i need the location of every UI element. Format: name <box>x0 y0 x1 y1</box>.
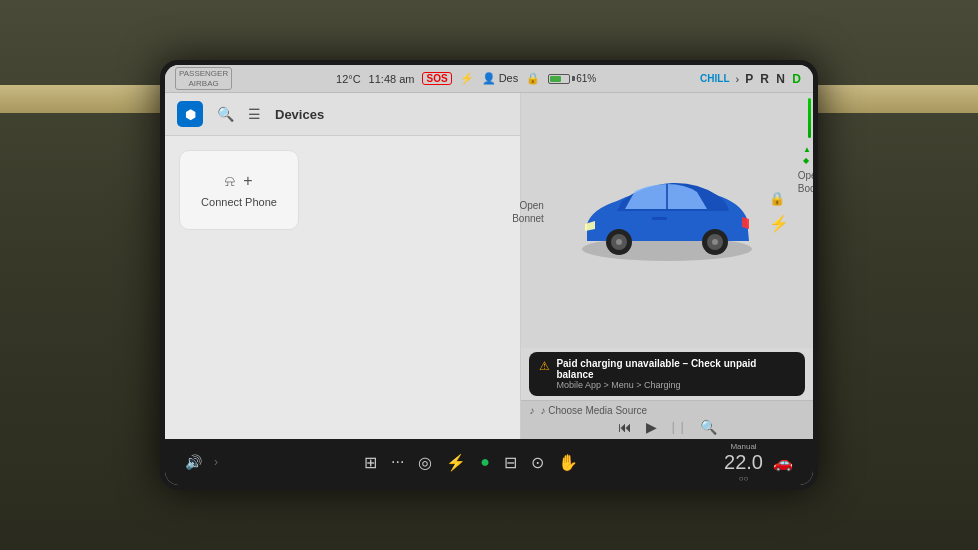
connect-phone-label: Connect Phone <box>201 196 277 208</box>
sos-badge[interactable]: SOS <box>422 72 451 85</box>
boot-lock-icon: 🔒 <box>769 191 785 206</box>
status-left: PASSENGERAIRBAG <box>175 67 232 90</box>
airbag-badge: PASSENGERAIRBAG <box>175 67 232 90</box>
connect-phone-card[interactable]: ⍾ + Connect Phone <box>179 150 299 230</box>
prev-track-button[interactable]: ⏮ <box>618 419 632 435</box>
adas-indicators: ▲ ◆ <box>803 145 811 165</box>
warning-sub-text: Mobile App > Menu > Charging <box>556 380 795 390</box>
volume-chevron: › <box>214 455 218 469</box>
open-bonnet-label[interactable]: Open Bonnet <box>512 199 544 225</box>
play-button[interactable]: ▶ <box>646 419 657 435</box>
range-bar <box>808 98 811 138</box>
left-panel-header: ⬢ 🔍 ☰ Devices <box>165 93 520 136</box>
devices-title: Devices <box>275 107 324 122</box>
search-media-button[interactable]: 🔍 <box>700 419 717 435</box>
temperature-display: 12°C <box>336 73 361 85</box>
prnd-display: P R N D <box>745 72 803 86</box>
media-bar: ♪ ♪ Choose Media Source ⏮ ▶ │ │ 🔍 <box>521 400 813 439</box>
temperature-block[interactable]: Manual 22.0 ○○ <box>724 442 763 483</box>
warning-text: Paid charging unavailable – Check unpaid… <box>556 358 795 390</box>
status-bar: PASSENGERAIRBAG 12°C 11:48 am SOS ⚡ 👤 De… <box>165 65 813 93</box>
more-icon[interactable]: ··· <box>391 453 404 471</box>
status-center: 12°C 11:48 am SOS ⚡ 👤 Des 🔒 61% <box>336 72 596 85</box>
lightning-icon: ⚡ <box>460 72 474 85</box>
plus-icon: + <box>243 172 252 190</box>
taskbar: 🔊 › ⊞ ··· ◎ ⚡ ● ⊟ ⊙ ✋ Manual 22.0 <box>165 439 813 485</box>
media-source-row: ♪ ♪ Choose Media Source <box>529 405 805 416</box>
apps-icon[interactable]: ⊞ <box>364 453 377 472</box>
lock-icon: 🔒 <box>526 72 540 85</box>
open-boot-label[interactable]: Open Boot <box>798 169 813 195</box>
svg-point-4 <box>616 239 622 245</box>
chevron-icon: › <box>736 73 740 85</box>
battery-indicator: 61% <box>548 73 596 84</box>
svg-rect-8 <box>652 217 667 220</box>
list-icon[interactable]: ☰ <box>248 106 261 122</box>
hand-icon[interactable]: ✋ <box>558 453 578 472</box>
warning-icon: ⚠ <box>539 359 550 373</box>
spotify-icon[interactable]: ● <box>480 453 490 471</box>
charging-icon: ⚡ <box>769 214 789 233</box>
search-icon[interactable]: 🔍 <box>217 106 234 122</box>
chill-badge: CHILL <box>700 73 729 84</box>
media-spacer: │ │ <box>671 422 686 433</box>
grid-icon[interactable]: ⊟ <box>504 453 517 472</box>
temp-value: 22.0 <box>724 451 763 474</box>
screen-bezel: PASSENGERAIRBAG 12°C 11:48 am SOS ⚡ 👤 De… <box>160 60 818 490</box>
car-svg <box>567 169 767 269</box>
left-panel: ⬢ 🔍 ☰ Devices ⍾ + Connect Phone <box>165 93 521 439</box>
warning-main-text: Paid charging unavailable – Check unpaid… <box>556 358 795 380</box>
temp-mode-label: Manual <box>730 442 756 451</box>
right-panel: ▲ ◆ Open Bonnet Open Boot <box>521 93 813 439</box>
car-view: ▲ ◆ Open Bonnet Open Boot <box>521 93 813 348</box>
connect-phone-icons: ⍾ + <box>225 172 252 190</box>
bluetooth-taskbar-icon[interactable]: ⚡ <box>446 453 466 472</box>
car-display-container: Open Bonnet Open Boot 🔒 ⚡ <box>567 169 767 273</box>
media-controls-row: ⏮ ▶ │ │ 🔍 <box>529 419 805 435</box>
media-source-label[interactable]: ♪ Choose Media Source <box>540 405 647 416</box>
svg-point-7 <box>712 239 718 245</box>
temp-dots: ○○ <box>739 474 749 483</box>
taskbar-left: 🔊 › <box>185 454 218 470</box>
time-display: 11:48 am <box>369 73 415 85</box>
main-content: ⬢ 🔍 ☰ Devices ⍾ + Connect Phone <box>165 93 813 439</box>
battery-percent: 61% <box>576 73 596 84</box>
location-icon[interactable]: ◎ <box>418 453 432 472</box>
taskbar-center: ⊞ ··· ◎ ⚡ ● ⊟ ⊙ ✋ <box>364 453 578 472</box>
dashboard: PASSENGERAIRBAG 12°C 11:48 am SOS ⚡ 👤 De… <box>0 0 978 550</box>
driver-name: 👤 Des <box>482 72 519 85</box>
taskbar-right: Manual 22.0 ○○ 🚗 <box>724 442 793 483</box>
warning-banner: ⚠ Paid charging unavailable – Check unpa… <box>529 352 805 396</box>
volume-icon[interactable]: 🔊 <box>185 454 202 470</box>
status-right: CHILL › P R N D <box>700 72 803 86</box>
music-icon: ♪ <box>529 405 534 416</box>
steering-wheel-icon[interactable]: ⊙ <box>531 453 544 472</box>
bluetooth-button[interactable]: ⬢ <box>177 101 203 127</box>
screen: PASSENGERAIRBAG 12°C 11:48 am SOS ⚡ 👤 De… <box>165 65 813 485</box>
car-status-icon[interactable]: 🚗 <box>773 453 793 472</box>
bluetooth-symbol-icon: ⍾ <box>225 172 235 190</box>
